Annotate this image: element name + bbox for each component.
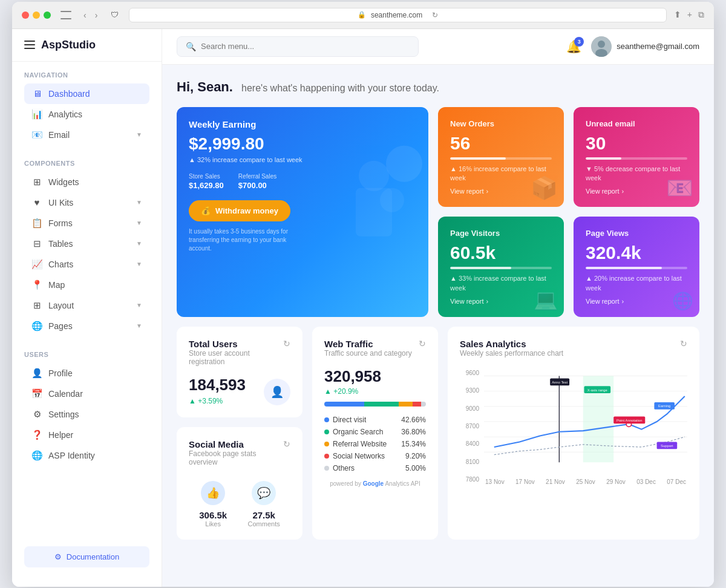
- web-traffic-subtitle: Traffic source and category: [324, 349, 412, 358]
- sidebar-item-calendar[interactable]: 📅 Calendar: [24, 384, 149, 404]
- sidebar-item-label: Calendar: [48, 389, 83, 399]
- browser-nav[interactable]: ‹ ›: [81, 9, 100, 21]
- bottom-cards-row: Total Users Store user account registrat…: [177, 327, 699, 540]
- page-visitors-title: Page Visitors: [450, 229, 552, 238]
- sales-row: Store Sales $1,629.80 Referral Sales $70…: [189, 173, 416, 191]
- notification-button[interactable]: 🔔 3: [566, 39, 581, 54]
- forward-icon[interactable]: ›: [93, 9, 100, 21]
- sidebar-item-label: Dashboard: [48, 89, 90, 99]
- traffic-item-social: Social Networks 9.20%: [324, 450, 426, 462]
- comments-value: 27.5k: [248, 510, 280, 520]
- sidebar-item-dashboard[interactable]: 🖥 Dashboard: [24, 83, 149, 104]
- new-orders-title: New Orders: [450, 119, 552, 128]
- dashboard-icon: 🖥: [31, 88, 42, 99]
- search-input[interactable]: [201, 42, 410, 51]
- sidebar-item-label: Helper: [48, 430, 73, 440]
- page-views-card: Page Views 320.4k ▲ 20% increase compare…: [574, 217, 699, 317]
- avatar: [591, 36, 612, 57]
- sidebar-item-widgets[interactable]: ⊞ Widgets: [24, 172, 149, 192]
- web-traffic-card: Web Traffic Traffic source and category …: [312, 327, 438, 540]
- sidebar-toggle-icon[interactable]: [60, 11, 71, 19]
- uikits-icon: ♥: [31, 197, 42, 208]
- social-media-header: Social Media Facebook page stats overvie…: [189, 439, 290, 474]
- svg-rect-5: [356, 188, 392, 236]
- page-views-title: Page Views: [586, 229, 687, 238]
- asp-identity-icon: 🌐: [31, 450, 42, 461]
- likes-label: Likes: [199, 520, 227, 528]
- user-info[interactable]: seantheme@gmail.com: [591, 36, 699, 57]
- referral-sales: Referral Sales $700.00: [238, 173, 276, 191]
- nav-section: Navigation 🖥 Dashboard 📊 Analytics 📧 Ema…: [12, 62, 162, 150]
- weekly-card-title: Weekly Earning: [189, 119, 416, 129]
- sidebar: AspStudio Navigation 🖥 Dashboard 📊 Analy…: [12, 29, 162, 587]
- sales-analytics-subtitle: Weekly sales performance chart: [460, 349, 563, 358]
- total-users-refresh[interactable]: ↻: [283, 339, 290, 348]
- sidebar-item-email[interactable]: 📧 Email ▼: [24, 125, 149, 145]
- chevron-down-icon: ▼: [136, 199, 142, 206]
- others-percent: 5.00%: [405, 464, 426, 472]
- reload-icon[interactable]: ↻: [432, 11, 438, 19]
- sidebar-item-tables[interactable]: ⊟ Tables ▼: [24, 234, 149, 254]
- sidebar-item-forms[interactable]: 📋 Forms ▼: [24, 213, 149, 234]
- social-media-subtitle: Facebook page stats overview: [189, 449, 283, 466]
- sidebar-item-map[interactable]: 📍 Map: [24, 275, 149, 295]
- svg-point-4: [380, 188, 404, 212]
- sidebar-item-charts[interactable]: 📈 Charts ▼: [24, 254, 149, 275]
- sidebar-item-asp-identity[interactable]: 🌐 ASP Identity: [24, 445, 149, 466]
- web-traffic-refresh[interactable]: ↻: [419, 339, 426, 348]
- chart-svg-wrapper: Anno Test X-axis range Earning P: [484, 367, 687, 485]
- social-stats: 👍 306.5k Likes 💬 27.5k Comments: [189, 481, 290, 528]
- total-users-title: Total Users: [189, 339, 283, 349]
- helper-icon: ❓: [31, 430, 42, 440]
- sidebar-footer: ⚙ Documentation: [12, 537, 162, 577]
- withdraw-button[interactable]: 💰 Withdraw money: [189, 200, 290, 221]
- page-visitors-bar: [450, 267, 552, 269]
- minimize-button[interactable]: [33, 11, 40, 19]
- social-media-title: Social Media: [189, 439, 283, 449]
- web-traffic-header: Web Traffic Traffic source and category …: [324, 339, 426, 365]
- sidebar-item-label: UI Kits: [48, 198, 73, 207]
- new-tab-icon[interactable]: +: [687, 10, 692, 20]
- sales-analytics-refresh[interactable]: ↻: [680, 339, 687, 348]
- comments-icon: 💬: [252, 481, 276, 505]
- map-icon: 📍: [31, 279, 42, 290]
- social-media-refresh[interactable]: ↻: [283, 439, 290, 449]
- traffic-bar: [324, 402, 426, 407]
- hamburger-icon[interactable]: [24, 41, 35, 49]
- sidebar-item-analytics[interactable]: 📊 Analytics: [24, 104, 149, 125]
- lock-icon: 🔒: [358, 11, 366, 19]
- page-views-change: ▲ 20% increase compare to last week: [586, 274, 687, 293]
- address-bar[interactable]: 🔒 seantheme.com ↻: [129, 8, 666, 22]
- sales-analytics-card: Sales Analytics Weekly sales performance…: [448, 327, 699, 540]
- back-icon[interactable]: ‹: [81, 9, 89, 21]
- browser-chrome: ‹ › 🛡 🔒 seantheme.com ↻ ⬆ + ⧉: [12, 2, 714, 29]
- share-icon[interactable]: ⬆: [674, 10, 681, 20]
- doc-icon: ⚙: [54, 552, 62, 561]
- page-views-value: 320.4k: [586, 243, 687, 263]
- sidebar-item-helper[interactable]: ❓ Helper: [24, 425, 149, 445]
- top-bar-right: 🔔 3 seantheme@gmail.com: [566, 36, 699, 57]
- sidebar-item-layout[interactable]: ⊞ Layout ▼: [24, 295, 149, 316]
- components-section: Components ⊞ Widgets ♥ UI Kits ▼ 📋 Forms…: [12, 150, 162, 341]
- web-traffic-value: 320,958: [324, 367, 426, 386]
- close-button[interactable]: [22, 11, 29, 19]
- store-sales-value: $1,629.80: [189, 181, 224, 190]
- doc-label: Documentation: [67, 552, 119, 561]
- url-text: seantheme.com: [371, 11, 422, 19]
- sidebar-item-uikits[interactable]: ♥ UI Kits ▼: [24, 192, 149, 213]
- maximize-button[interactable]: [44, 11, 51, 19]
- sidebar-item-profile[interactable]: 👤 Profile: [24, 363, 149, 384]
- sidebar-item-settings[interactable]: ⚙ Settings: [24, 404, 149, 425]
- chevron-down-icon: ▼: [136, 240, 142, 247]
- powered-by: powered by Google Analytics API: [324, 480, 426, 487]
- sales-analytics-title: Sales Analytics: [460, 339, 563, 349]
- documentation-button[interactable]: ⚙ Documentation: [24, 546, 149, 567]
- sidebar-item-label: Settings: [48, 410, 79, 419]
- forms-icon: 📋: [31, 218, 42, 229]
- widgets-icon: ⊞: [31, 177, 42, 188]
- tabs-icon[interactable]: ⧉: [698, 10, 704, 20]
- sidebar-item-pages[interactable]: 🌐 Pages ▼: [24, 316, 149, 336]
- search-box[interactable]: 🔍: [177, 36, 419, 57]
- svg-text:Point Annotation: Point Annotation: [616, 419, 643, 422]
- layout-icon: ⊞: [31, 300, 42, 311]
